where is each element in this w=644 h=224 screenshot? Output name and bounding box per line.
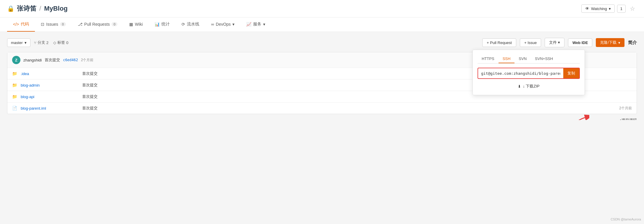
repo-user: 张诗笛 xyxy=(17,4,36,13)
file-name[interactable]: blog-parent.iml xyxy=(21,106,80,111)
web-ide-button[interactable]: Web IDE xyxy=(568,38,593,47)
file-name[interactable]: blog-api xyxy=(21,95,80,99)
tab-wiki[interactable]: ▦ Wiki xyxy=(123,18,148,31)
file-name[interactable]: .idea xyxy=(21,72,80,76)
avatar: Z xyxy=(12,56,20,64)
source-code-label: ↑项目源码 xyxy=(620,118,637,120)
file-chevron-icon: ▾ xyxy=(558,40,560,45)
branch-fork-icon: ⑂ xyxy=(34,40,36,45)
eye-icon: 👁 xyxy=(585,6,589,11)
repo-title: 🔒 张诗笛 / MyBlog xyxy=(7,4,68,13)
issues-badge: 0 xyxy=(60,22,66,26)
issues-icon: ⊡ xyxy=(41,22,44,27)
folder-icon: 📁 xyxy=(12,71,17,76)
star-button[interactable]: ☆ xyxy=(628,4,637,13)
branch-count: 2 xyxy=(46,40,48,45)
pulls-icon: ⎇ xyxy=(78,22,82,27)
service-chevron-icon: ▾ xyxy=(263,22,265,27)
file-button[interactable]: 文件 ▾ xyxy=(545,38,564,47)
clone-url-row: 复制 xyxy=(478,68,580,79)
folder-icon: 📁 xyxy=(12,83,17,87)
download-icon: ⬇ xyxy=(518,84,521,89)
commit-time: 2个月前 xyxy=(81,58,94,63)
header-actions: 👁 Watching ▾ 1 ☆ xyxy=(581,4,637,13)
download-zip-button[interactable]: ⬇ ↓ 下载ZIP xyxy=(478,82,580,90)
tag-count-label: 标签 xyxy=(57,40,65,45)
tab-service-label: 服务 xyxy=(253,22,261,27)
clone-btn-label: 克隆/下载 xyxy=(600,40,617,45)
tab-pipeline[interactable]: ⟳ 流水线 xyxy=(176,17,205,32)
branch-chevron-icon: ▾ xyxy=(25,40,27,45)
tab-devops[interactable]: ∞ DevOps ▾ xyxy=(205,18,241,31)
tab-code-label: 代码 xyxy=(21,22,29,27)
tab-pulls-label: Pull Requests xyxy=(84,22,110,27)
clone-dropdown: HTTPS SSH SVN SVN+SSH 复制 ⬇ ↓ 下载ZIP xyxy=(473,50,585,95)
pipeline-icon: ⟳ xyxy=(182,22,185,27)
service-icon: 📈 xyxy=(246,22,251,27)
watch-button[interactable]: 👁 Watching ▾ xyxy=(581,4,615,13)
tab-service[interactable]: 📈 服务 ▾ xyxy=(240,17,271,32)
issue-button[interactable]: + Issue xyxy=(520,38,541,47)
tag-icon: ◇ xyxy=(53,40,56,45)
file-time: 2个月前 xyxy=(608,106,632,111)
clone-download-button[interactable]: 克隆/下载 ▾ xyxy=(596,38,624,47)
tab-devops-label: DevOps xyxy=(216,22,231,27)
folder-icon: 📁 xyxy=(12,94,17,99)
code-icon: </> xyxy=(13,22,19,27)
clone-tab-https[interactable]: HTTPS xyxy=(478,55,499,63)
download-zip-label: ↓ 下载ZIP xyxy=(523,84,539,89)
header-bar: 🔒 张诗笛 / MyBlog 👁 Watching ▾ 1 ☆ xyxy=(0,0,644,17)
clone-chevron-icon: ▾ xyxy=(618,40,620,45)
clone-url-input[interactable] xyxy=(478,69,563,78)
pull-request-button[interactable]: + Pull Request xyxy=(482,38,516,47)
clone-tab-svn[interactable]: SVN xyxy=(514,55,531,63)
file-name[interactable]: blog-admin xyxy=(21,83,80,87)
tag-count-info: ◇ 标签 0 xyxy=(53,40,68,45)
devops-chevron-icon: ▾ xyxy=(232,22,234,27)
nav-tabs: </> 代码 ⊡ Issues 0 ⎇ Pull Requests 0 ▦ Wi… xyxy=(0,17,644,32)
repo-toolbar: master ▾ ⑂ 分支 2 ◇ 标签 0 + Pull Request + … xyxy=(7,38,637,47)
devops-icon: ∞ xyxy=(211,22,214,27)
tab-pipeline-label: 流水线 xyxy=(187,22,199,27)
tab-issues[interactable]: ⊡ Issues 0 xyxy=(35,18,72,31)
branch-selector[interactable]: master ▾ xyxy=(7,38,30,47)
clone-tab-ssh[interactable]: SSH xyxy=(499,55,515,63)
lock-icon: 🔒 xyxy=(7,5,14,12)
commit-hash[interactable]: c6ed462 xyxy=(63,58,78,62)
branch-count-label: 分支 xyxy=(38,40,45,45)
file-btn-label: 文件 xyxy=(549,40,557,45)
copy-button[interactable]: 复制 xyxy=(563,68,579,78)
tab-pulls[interactable]: ⎇ Pull Requests 0 xyxy=(72,18,124,31)
tab-code[interactable]: </> 代码 xyxy=(7,17,35,32)
table-row: 📄 blog-parent.iml 首次提交 2个月前 xyxy=(7,103,637,114)
tab-issues-label: Issues xyxy=(46,22,58,27)
branch-count-info: ⑂ 分支 2 xyxy=(34,40,48,45)
commit-author: zhangshidi xyxy=(23,58,42,62)
watch-count[interactable]: 1 xyxy=(617,5,626,13)
commit-message: 首次提交 xyxy=(45,57,60,63)
intro-button[interactable]: 简介 xyxy=(628,38,637,47)
tag-count: 0 xyxy=(66,40,68,45)
tab-stats[interactable]: 📊 统计 xyxy=(149,17,176,32)
wiki-icon: ▦ xyxy=(129,22,133,27)
watch-label: Watching xyxy=(591,7,607,11)
tab-wiki-label: Wiki xyxy=(135,22,143,27)
branch-name: master xyxy=(11,40,23,45)
clone-tabs: HTTPS SSH SVN SVN+SSH xyxy=(478,55,580,64)
branch-info: ⑂ 分支 2 ◇ 标签 0 xyxy=(34,40,68,45)
clone-tab-svnssh[interactable]: SVN+SSH xyxy=(531,55,557,63)
separator: / xyxy=(39,5,41,12)
repo-name: MyBlog xyxy=(44,5,67,12)
tab-stats-label: 统计 xyxy=(161,22,170,27)
stats-icon: 📊 xyxy=(155,22,160,27)
pulls-badge: 0 xyxy=(111,22,117,26)
chevron-down-icon: ▾ xyxy=(609,7,611,11)
file-message: 首次提交 xyxy=(82,105,606,111)
file-icon: 📄 xyxy=(12,106,17,111)
